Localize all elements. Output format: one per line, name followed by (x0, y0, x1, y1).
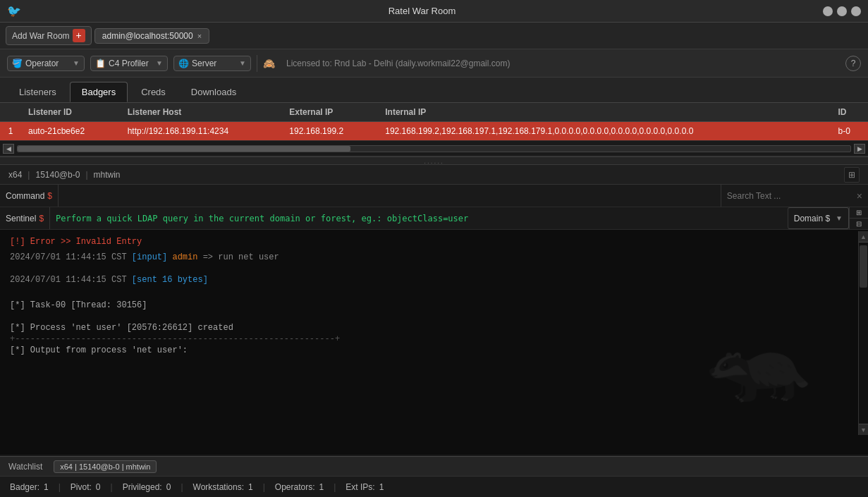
ext-ips-value: 1 (379, 482, 384, 492)
log-line-6: [*] Output from process 'net user': (10, 345, 854, 355)
cell-id: b-0 (831, 122, 869, 141)
tab-downloads[interactable]: Downloads (179, 82, 248, 102)
tab-badgers[interactable]: Badgers (70, 82, 128, 102)
search-close-icon[interactable]: × (857, 190, 862, 202)
watchlist-bar: Watchlist x64 | 15140@b-0 | mhtwin (0, 456, 868, 476)
war-room-tab-label: admin@localhost:50000 (102, 31, 193, 41)
log-line-1: 2024/07/01 11:44:15 CST [input] admin =>… (10, 252, 854, 262)
operators-label: Operators: (275, 482, 315, 492)
sentinel-action-btn-top[interactable]: ⊞ (850, 207, 868, 219)
console-wrapper: Command $ × Sentinel $ Perform a quick L… (0, 185, 868, 456)
col-num (0, 103, 21, 122)
timestamp-1: 2024/07/01 11:44:15 CST (10, 252, 132, 262)
cell-external-ip: 192.168.199.2 (282, 122, 378, 141)
search-input[interactable] (727, 191, 854, 201)
tab-listeners[interactable]: Listeners (7, 82, 68, 102)
console-scrollbar[interactable]: ▲ ▼ (858, 231, 868, 435)
workstations-label: Workstations: (193, 482, 244, 492)
sentinel-prompt-icon: $ (39, 214, 44, 223)
c4profiler-label: C4 Profiler (109, 59, 149, 68)
domain-select[interactable]: Domain $ ▼ (788, 207, 849, 229)
operator-chevron-icon: ▼ (73, 59, 80, 67)
cell-listener-id: auto-21cbe6e2 (21, 122, 121, 141)
c4profiler-select[interactable]: 📋 C4 Profiler ▼ (90, 56, 168, 71)
scroll-right-button[interactable]: ▶ (854, 144, 865, 154)
c4profiler-chevron-icon: ▼ (156, 59, 163, 67)
badger-label: Badger: (10, 482, 39, 492)
log-line-3: [*] Task-00 [Thread: 30156] (10, 300, 854, 310)
maximize-button[interactable] (837, 6, 847, 16)
sentinel-action-btn-bottom[interactable]: ⊟ (850, 219, 868, 229)
add-war-room-label: Add War Room (12, 31, 70, 41)
badger-value: 1 (44, 482, 49, 492)
scroll-thumb (18, 146, 350, 152)
tab-close-icon[interactable]: × (197, 32, 202, 40)
arrow-1: => run net user (197, 252, 279, 262)
status-bar: Badger: 1 | Pivot: 0 | Privileged: 0 | W… (0, 476, 868, 497)
listeners-table-container: Listener ID Listener Host External IP In… (0, 103, 868, 141)
drag-divider[interactable]: ...... (0, 157, 868, 165)
scroll-down-icon[interactable]: ▼ (859, 424, 868, 435)
war-room-tab-active[interactable]: admin@localhost:50000 × (94, 28, 209, 44)
privileged-value: 0 (166, 482, 171, 492)
scroll-left-button[interactable]: ◀ (3, 144, 14, 154)
table-row[interactable]: 1 auto-21cbe6e2 http://192.168.199.11:42… (0, 122, 868, 141)
command-label: Command $ (0, 185, 59, 207)
tab-creds[interactable]: Creds (129, 82, 178, 102)
app-icon: 🐦 (7, 4, 21, 18)
user-1: admin (167, 252, 197, 262)
cell-internal-ip: 192.168.199.2,192.168.197.1,192.168.179.… (378, 122, 831, 141)
watchlist-tab[interactable]: x64 | 15140@b-0 | mhtwin (54, 460, 157, 473)
toolbar: 🪣 Operator ▼ 📋 C4 Profiler ▼ 🌐 Server ▼ … (0, 49, 868, 78)
expand-icon[interactable]: ⊞ (844, 167, 860, 183)
license-text: Licensed to: Rnd Lab - Delhi (daily.work… (286, 59, 510, 68)
pivot-label: Pivot: (71, 482, 92, 492)
operators-value: 1 (319, 482, 324, 492)
hostname-label: mhtwin (94, 170, 121, 180)
error-line: [!] Error >> Invalid Entry (10, 237, 854, 247)
col-internal-ip: Internal IP (378, 103, 831, 122)
toolbar-divider (257, 55, 257, 72)
console-output: [!] Error >> Invalid Entry 2024/07/01 11… (0, 230, 868, 455)
scroll-up-icon[interactable]: ▲ (859, 231, 868, 243)
sentinel-input-text[interactable]: Perform a quick LDAP query in the curren… (50, 214, 788, 223)
info-row: x64 | 15140@b-0 | mhtwin ⊞ (0, 165, 868, 185)
command-row: Command $ × (0, 185, 868, 207)
operator-select[interactable]: 🪣 Operator ▼ (7, 56, 85, 71)
server-icon: 🌐 (178, 59, 189, 68)
plus-icon[interactable]: + (73, 29, 85, 42)
timestamp-2: 2024/07/01 11:44:15 CST (10, 275, 132, 285)
window-controls (823, 6, 861, 16)
command-input[interactable] (59, 185, 721, 207)
keyword-1: [input] (132, 252, 167, 262)
add-war-room-button[interactable]: Add War Room + (6, 26, 92, 44)
horizontal-scrollbar[interactable]: ◀ ▶ (0, 141, 868, 157)
pivot-value: 0 (96, 482, 101, 492)
server-select[interactable]: 🌐 Server ▼ (173, 56, 251, 71)
server-label: Server (192, 59, 216, 68)
log-line-4: [*] Process 'net user' [20576:26612] cre… (10, 323, 854, 333)
col-listener-id: Listener ID (21, 103, 121, 122)
operator-icon: 🪣 (12, 59, 23, 68)
c4profiler-icon: 📋 (95, 59, 106, 68)
col-listener-host: Listener Host (121, 103, 283, 122)
workstations-value: 1 (248, 482, 253, 492)
sent-keyword: [sent 16 bytes] (132, 275, 208, 285)
sentinel-row: Sentinel $ Perform a quick LDAP query in… (0, 207, 868, 230)
title-bar: 🐦 Ratel War Room (0, 0, 868, 23)
app-title: Ratel War Room (21, 6, 823, 16)
tab-bar: Add War Room + admin@localhost:50000 × (0, 23, 868, 49)
console-scroll-thumb (860, 245, 867, 288)
operator-label: Operator (25, 59, 59, 68)
minimize-button[interactable] (823, 6, 833, 16)
ext-ips-label: Ext IPs: (346, 482, 374, 492)
watchlist-label: Watchlist (8, 462, 42, 472)
command-prompt-icon: $ (47, 191, 52, 201)
main-tabs: Listeners Badgers Creds Downloads (0, 78, 868, 103)
search-container: × (721, 185, 868, 207)
help-button[interactable]: ? (845, 56, 861, 71)
arch-label: x64 (8, 170, 22, 180)
close-button[interactable] (851, 6, 861, 16)
col-id: ID (831, 103, 869, 122)
privileged-label: Privileged: (123, 482, 162, 492)
